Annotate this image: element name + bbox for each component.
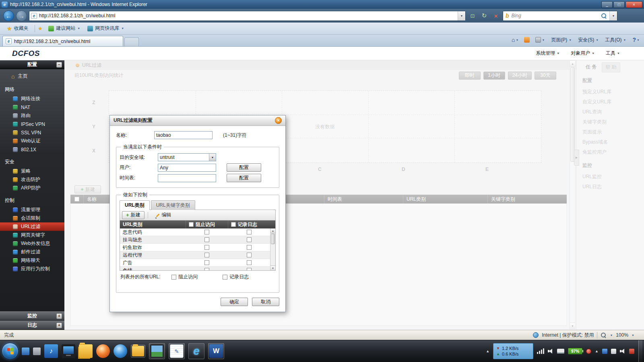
taskbar-app-word[interactable]: W [208,343,224,359]
sidebar-item-web-auth[interactable]: Web认证 [0,137,64,145]
network-monitor-widget[interactable]: ▼ 1.2 KB/s ▲ 0.6 KB/s [493,343,533,359]
block-checkbox[interactable] [204,245,209,250]
battery-indicator[interactable]: 97% [568,348,582,354]
grid-new-button[interactable]: + 新建 [122,211,144,219]
dialog-close-icon[interactable]: × [275,117,282,124]
add-favorite-icon[interactable]: ★ [38,26,43,31]
search-box[interactable]: b Bing ▼ [503,11,617,21]
collapse-icon[interactable]: − [56,62,62,68]
feeds-icon[interactable] [522,36,532,43]
taskbar-app-browser-blue[interactable] [114,344,127,358]
hidden-icons-button[interactable]: ▲ [486,349,489,353]
app-menu-item-2[interactable]: 工具▼ [606,50,620,57]
sidebar-item-mail-filter[interactable]: 邮件过滤 [0,248,64,256]
home-icon[interactable]: ⌂▼ [510,36,520,44]
schedule-config-button[interactable]: 配置 [227,174,261,182]
taskbar-app-system-monitor[interactable] [62,344,75,358]
zoom-icon[interactable] [601,332,607,338]
favbar-item-web-slices[interactable]: 网页快讯库▼ [85,24,127,33]
log-checkbox[interactable] [247,245,252,250]
scroll-thumb[interactable] [271,234,275,244]
block-checkbox[interactable] [204,268,209,270]
user-input[interactable] [158,164,216,172]
grid-scrollbar[interactable]: ▲ ▼ [270,228,275,270]
taskbar-app-internet-explorer[interactable]: e [188,343,204,359]
block-checkbox[interactable] [204,230,209,234]
block-checkbox[interactable] [204,253,209,257]
keyboard-icon[interactable] [557,349,564,354]
sidebar-item-web-keyword[interactable]: 网页关键字 [0,231,64,239]
dialog-tab[interactable]: URL类别 [120,200,150,210]
block-checkbox[interactable] [204,260,209,265]
log-checkbox[interactable] [247,253,252,257]
footer-option[interactable]: 阻止访问 [171,274,198,280]
user-config-button[interactable]: 配置 [227,163,261,172]
sidebar-item-network-connection[interactable]: 网络连接 [0,95,64,103]
start-button[interactable] [2,343,19,360]
sync-icon[interactable] [629,349,634,354]
command-button-1[interactable]: 安全(S)▼ [575,35,601,45]
security-icon[interactable] [602,349,607,354]
footer-checkbox[interactable] [171,275,176,280]
footer-checkbox[interactable] [223,275,227,280]
show-desktop-button[interactable] [638,340,642,362]
sidebar-item-dot1x[interactable]: 802.1X [0,145,64,154]
taskbar-app-media-player[interactable]: ♪ [44,344,58,358]
address-dropdown-icon[interactable]: ▼ [458,11,465,21]
sidebar-item-session-limit[interactable]: 会话限制 [0,214,64,222]
address-bar[interactable]: e http://192.168.2.1/zh_cn/webui.html ▼ [29,11,466,21]
grid-edit-button[interactable]: 编辑 [151,211,175,219]
cancel-button[interactable]: 取消 [252,298,279,306]
quick-launch-icon-1[interactable] [22,348,29,355]
print-icon[interactable]: ▼ [533,36,547,43]
search-dropdown-icon[interactable]: ▼ [609,11,617,21]
expand-icon[interactable]: + [56,313,62,319]
sidebar-item-web-outgoing[interactable]: Web外发信息 [0,239,64,248]
maximize-button[interactable]: □ [613,1,625,8]
block-checkbox[interactable] [204,237,209,242]
volume2-icon[interactable] [620,348,625,354]
log-checkbox[interactable] [247,230,252,234]
new-tab-button[interactable] [124,37,139,46]
schedule-input[interactable] [158,174,216,182]
sidebar-item-arp-defense[interactable]: ARP防护 [0,184,64,192]
taskbar-app-browser-orange[interactable] [96,344,110,358]
favbar-item-suggested-sites[interactable]: 建议网站▼ [45,24,83,33]
forward-button[interactable]: → [16,10,27,21]
sidebar-item-url-filter[interactable]: URL过滤 [0,222,64,231]
favorites-button[interactable]: ★ 收藏夹 [4,24,31,33]
sidebar-item-network-chat[interactable]: 网络聊天 [0,256,64,265]
command-button-0[interactable]: 页面(P)▼ [548,35,574,45]
scroll-up-icon[interactable]: ▲ [270,228,275,233]
log-checkbox[interactable] [247,237,252,242]
column-select-all-checkbox[interactable] [231,222,236,227]
scroll-track[interactable] [270,245,275,265]
sidebar-item-route[interactable]: 路由 [0,111,64,120]
taskbar-app-notepad[interactable]: ✎ [169,343,185,359]
back-button[interactable]: ← [3,10,14,21]
sidebar-item-app-behavior[interactable]: 应用行为控制 [0,265,64,273]
help-icon[interactable]: ?▼ [631,36,642,44]
column-select-all-checkbox[interactable] [189,222,194,227]
chevron-down-icon[interactable]: ▼ [209,154,216,161]
volume-icon[interactable] [548,348,553,354]
alert-icon[interactable] [586,349,591,354]
sidebar-item-home[interactable]: ⌂ 主页 [0,69,64,81]
up-arrow-icon[interactable]: ▲ [595,349,599,353]
zoom-level[interactable]: 100% [616,332,628,338]
refresh-icon[interactable]: ↻ [479,11,489,21]
ok-button[interactable]: 确定 [221,298,248,306]
app-menu-item-0[interactable]: 系统管理▼ [536,50,559,57]
sidebar-item-attack-defense[interactable]: 攻击防护 [0,175,64,184]
taskbar-app-documents[interactable] [79,344,93,358]
browser-tab[interactable]: e http://192.168.2.1/zh_cn/webui.html [2,36,123,46]
sidebar-item-ssl-vpn[interactable]: SSL VPN [0,128,64,137]
sidebar-group-monitor[interactable]: 监控+ [0,311,64,321]
compatibility-view-icon[interactable]: ⊡ [468,11,477,21]
taskbar-app-explorer[interactable] [131,345,145,358]
close-button[interactable]: × [625,1,642,8]
scroll-down-icon[interactable]: ▼ [270,265,275,270]
search-icon[interactable] [601,13,607,19]
name-input[interactable] [154,131,213,139]
taskbar-app-image-viewer[interactable] [149,343,165,359]
